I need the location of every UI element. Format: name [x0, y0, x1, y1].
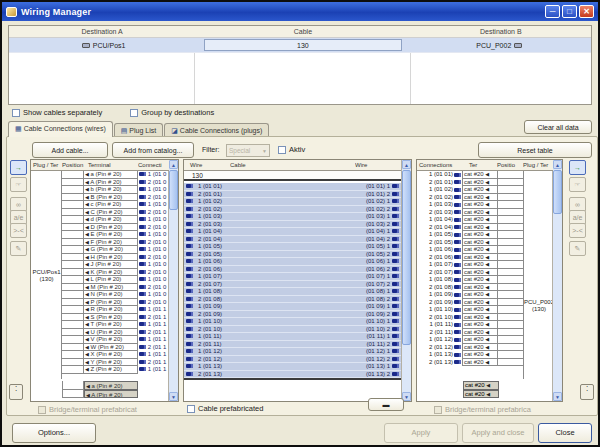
position-cell[interactable]: [62, 186, 84, 194]
terminal-row[interactable]: ◀ d (Pin # 20) 1 (01 0: [62, 216, 169, 224]
terminal-row[interactable]: ◀ T (Pin # 20) 1 (01 1: [62, 321, 169, 329]
position-cell[interactable]: [62, 329, 84, 337]
wire-row[interactable]: 1 (01 04) (01 04) 1: [184, 228, 401, 236]
header-plug-ter-right[interactable]: Plug / Ter: [523, 160, 553, 170]
position-cell[interactable]: [498, 299, 524, 307]
terminal-cell[interactable]: ◀ a (Pin # 20): [84, 381, 138, 390]
connection-row[interactable]: 2 (01 05) cat #20 ◀: [417, 239, 524, 247]
cable-prefabricated-checkbox[interactable]: Cable prefabricated: [187, 404, 263, 413]
insert-connection-icon[interactable]: →: [10, 160, 27, 175]
terminal-row[interactable]: ◀ W (Pin # 20) 2 (01 1: [62, 344, 169, 352]
terminal-cell[interactable]: ◀ W (Pin # 20): [84, 344, 138, 352]
wires-scrollbar[interactable]: ▲ ▼: [401, 160, 411, 401]
terminal-cell[interactable]: ◀ Z (Pin # 20): [84, 366, 138, 374]
position-cell[interactable]: [498, 336, 524, 344]
terminal-row[interactable]: ◀ A (Pin # 20) 2 (01 0: [62, 179, 169, 187]
bridge-terminal-row[interactable]: ◀ a (Pin # 20): [62, 381, 169, 390]
position-cell[interactable]: [498, 359, 524, 367]
position-cell[interactable]: [62, 231, 84, 239]
terminal-cell[interactable]: ◀ P (Pin # 20): [84, 299, 138, 307]
ter-cell[interactable]: cat #20 ◀: [462, 321, 498, 329]
terminal-cell[interactable]: ◀ D (Pin # 20): [84, 224, 138, 232]
terminal-row[interactable]: ◀ F (Pin # 20) 2 (01 0: [62, 239, 169, 247]
collapse-button[interactable]: ▬: [368, 398, 404, 411]
terminal-cell[interactable]: ◀ S (Pin # 20): [84, 314, 138, 322]
terminal-cell[interactable]: ◀ M (Pin # 20): [84, 284, 138, 292]
aktiv-checkbox[interactable]: Aktiv: [278, 145, 305, 154]
connect-cell[interactable]: 2 (01 0: [138, 239, 169, 247]
connection-row[interactable]: 2 (01 12) cat #20 ◀: [417, 344, 524, 352]
ter-cell[interactable]: cat #20 ◀: [462, 186, 498, 194]
connection-row[interactable]: 2 (01 09) cat #20 ◀: [417, 299, 524, 307]
position-cell[interactable]: [62, 336, 84, 344]
connect-cell[interactable]: 1 (01 0: [138, 276, 169, 284]
terminal-row[interactable]: ◀ Z (Pin # 20) 1 (01 1: [62, 366, 169, 374]
position-cell[interactable]: [498, 261, 524, 269]
connection-row[interactable]: 1 (01 05) cat #20 ◀: [417, 231, 524, 239]
wire-row[interactable]: 1 (01 13) (01 13) 1: [184, 363, 401, 371]
connection-row[interactable]: 1 (01 06) cat #20 ◀: [417, 246, 524, 254]
terminal-row[interactable]: ◀ B (Pin # 20) 2 (01 0: [62, 194, 169, 202]
position-cell[interactable]: [62, 284, 84, 292]
position-cell[interactable]: [498, 246, 524, 254]
terminal-cell[interactable]: ◀ G (Pin # 20): [84, 246, 138, 254]
connect-cell[interactable]: 2 (01 0: [138, 299, 169, 307]
bridge-ter-cell[interactable]: cat #20 ◀: [463, 390, 499, 399]
terminal-cell[interactable]: ◀ C (Pin # 20): [84, 209, 138, 217]
ter-cell[interactable]: cat #20 ◀: [462, 246, 498, 254]
ter-cell[interactable]: cat #20 ◀: [462, 231, 498, 239]
wire-row[interactable]: 2 (01 09) (01 09) 2: [184, 311, 401, 319]
wire-row[interactable]: 1 (01 06) (01 06) 1: [184, 258, 401, 266]
wire-row[interactable]: 1 (01 03) (01 03) 1: [184, 213, 401, 221]
wire-row[interactable]: 2 (01 07) (01 07) 2: [184, 281, 401, 289]
position-cell[interactable]: [62, 291, 84, 299]
connection-row[interactable]: 1 (01 11) cat #20 ◀: [417, 321, 524, 329]
wire-row[interactable]: 2 (01 12) (01 12) 2: [184, 356, 401, 364]
connect-cell[interactable]: 2 (01 1: [138, 329, 169, 337]
maximize-button[interactable]: □: [562, 5, 577, 18]
connection-row[interactable]: 2 (01 13) cat #20 ◀: [417, 359, 524, 367]
connection-row[interactable]: 1 (01 04) cat #20 ◀: [417, 216, 524, 224]
connect-cell[interactable]: 2 (01 1: [138, 314, 169, 322]
scroll-up-icon[interactable]: ▲: [553, 160, 562, 169]
right-table-scrollbar[interactable]: ▲ ▼: [552, 160, 562, 401]
wire-row[interactable]: 2 (01 08) (01 08) 2: [184, 296, 401, 304]
connection-row[interactable]: 1 (01 09) cat #20 ◀: [417, 291, 524, 299]
terminal-cell[interactable]: ◀ J (Pin # 20): [84, 261, 138, 269]
terminal-cell[interactable]: ◀ B (Pin # 20): [84, 194, 138, 202]
checkbox-icon[interactable]: [130, 109, 138, 117]
connect-cell[interactable]: 1 (01 1: [138, 366, 169, 374]
connection-row[interactable]: 1 (01 10) cat #20 ◀: [417, 306, 524, 314]
ter-cell[interactable]: cat #20 ◀: [462, 254, 498, 262]
position-cell[interactable]: [62, 239, 84, 247]
terminal-row[interactable]: ◀ b (Pin # 20) 1 (01 0: [62, 186, 169, 194]
terminal-cell[interactable]: ◀ T (Pin # 20): [84, 321, 138, 329]
terminal-row[interactable]: ◀ a (Pin # 20) 1 (01 0: [62, 171, 169, 179]
position-cell[interactable]: [498, 179, 524, 187]
wire-row[interactable]: 2 (01 06) (01 06) 2: [184, 266, 401, 274]
header-connect[interactable]: Connecti: [138, 160, 169, 170]
connection-row[interactable]: 2 (01 02) cat #20 ◀: [417, 194, 524, 202]
position-cell[interactable]: [498, 186, 524, 194]
terminal-cell[interactable]: ◀ L (Pin # 20): [84, 276, 138, 284]
cable-row[interactable]: PCU/Pos1 130 PCU_P002: [9, 38, 591, 53]
wire-row[interactable]: 2 (01 11) (01 11) 2: [184, 341, 401, 349]
header-wire-right[interactable]: Wire: [355, 160, 401, 170]
options-button[interactable]: Options...: [12, 423, 96, 443]
position-cell[interactable]: [62, 209, 84, 217]
position-cell[interactable]: [62, 276, 84, 284]
ter-cell[interactable]: cat #20 ◀: [462, 194, 498, 202]
position-cell[interactable]: [498, 314, 524, 322]
checkbox-icon[interactable]: [278, 146, 286, 154]
terminal-row[interactable]: ◀ Y (Pin # 20) 2 (01 1: [62, 359, 169, 367]
edit-icon[interactable]: ✎: [10, 241, 27, 256]
connect-cell[interactable]: 1 (01 0: [138, 231, 169, 239]
connect-cell[interactable]: 1 (01 1: [138, 336, 169, 344]
connection-row[interactable]: 1 (01 02) cat #20 ◀: [417, 186, 524, 194]
hand-pointer-icon[interactable]: ☞: [10, 177, 27, 192]
ter-cell[interactable]: cat #20 ◀: [462, 336, 498, 344]
position-cell[interactable]: [498, 254, 524, 262]
position-cell[interactable]: [62, 224, 84, 232]
connection-row[interactable]: 1 (01 01) cat #20 ◀: [417, 171, 524, 179]
reset-table-button[interactable]: Reset table: [478, 142, 592, 158]
